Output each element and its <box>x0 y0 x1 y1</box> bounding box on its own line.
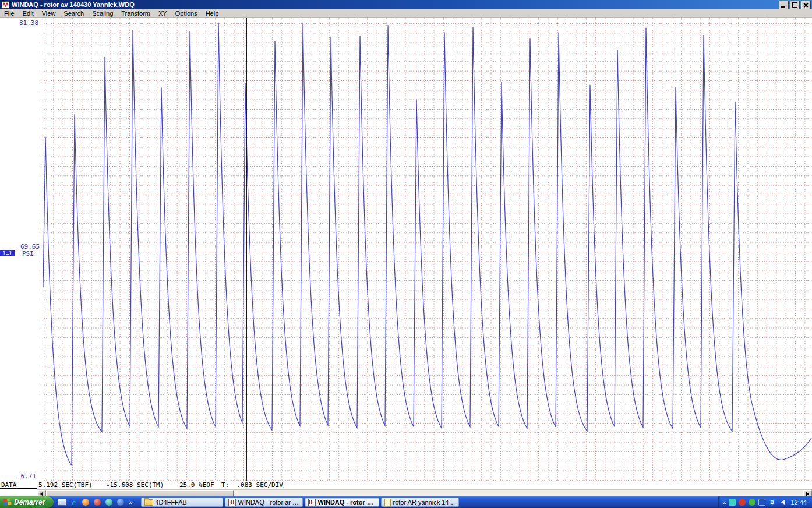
windaq-icon <box>228 499 236 506</box>
start-button[interactable]: Démarrer <box>0 496 54 508</box>
tray-icon-green[interactable] <box>749 499 755 506</box>
red-ball-icon[interactable] <box>93 498 101 507</box>
taskbar-button-label: 4D4FFFAB <box>156 499 187 506</box>
status-time-tbf: 5.192 SEC(TBF) <box>38 481 93 489</box>
chart-area: 81.38 69.65 PSI 1=1 -6.71 <box>0 18 812 481</box>
taskbar-button-windaq-av-active[interactable]: WINDAQ - rotor av 14... <box>305 498 379 507</box>
taskbar-clock[interactable]: 12:44 <box>788 499 807 506</box>
minimize-icon <box>781 6 785 8</box>
tray-icon-teal[interactable] <box>729 499 736 506</box>
taskbar: Démarrer e » 4D4FFFAB WINDAQ - rotor ar … <box>0 496 812 508</box>
menubar: File Edit View Search Scaling Transform … <box>0 9 812 18</box>
teal-ball-glyph <box>105 499 112 506</box>
menu-edit[interactable]: Edit <box>19 9 38 17</box>
close-button[interactable] <box>801 1 811 9</box>
tray-icon-red[interactable] <box>739 499 746 506</box>
status-eof-percent: 25.0 %EOF <box>179 481 214 489</box>
internet-explorer-icon[interactable]: e <box>69 498 78 507</box>
taskbar-button-label: WINDAQ - rotor ar 1404... <box>238 499 299 506</box>
menu-help[interactable]: Help <box>202 9 223 17</box>
menu-file[interactable]: File <box>0 9 19 17</box>
taskbar-button-windaq-ar[interactable]: WINDAQ - rotor ar 1404... <box>225 498 303 507</box>
taskbar-button-rotor-doc[interactable]: rotor AR yannick 140430... <box>381 498 459 507</box>
channel-badge[interactable]: 1=1 <box>0 250 15 256</box>
windaq-window: WINDAQ - rotor av 140430 Yannick.WDQ Fil… <box>0 0 812 508</box>
document-icon <box>384 499 391 506</box>
y-axis-min-label: -6.71 <box>17 472 36 480</box>
quicklaunch-bar: e » <box>54 496 137 508</box>
status-time-per-div: T: .083 SEC/DIV <box>221 481 283 489</box>
y-axis-unit-label: PSI <box>22 250 34 257</box>
bluetooth-icon[interactable]: B <box>768 499 775 506</box>
close-icon <box>803 2 809 8</box>
taskbar-button-folder[interactable]: 4D4FFFAB <box>141 498 223 507</box>
maximize-button[interactable] <box>790 1 800 9</box>
menu-scaling[interactable]: Scaling <box>88 9 117 17</box>
volume-icon[interactable] <box>778 500 785 505</box>
menu-xy[interactable]: XY <box>154 9 171 17</box>
statusbar: DATA 5.192 SEC(TBF) -15.608 SEC(TM) 25.0… <box>0 481 812 489</box>
arrow-left-icon <box>38 492 43 496</box>
tray-expand-chevron[interactable]: « <box>722 499 726 506</box>
orange-ball-glyph <box>82 499 89 506</box>
start-label: Démarrer <box>14 498 45 506</box>
system-tray: « B 12:44 <box>718 496 812 508</box>
tray-network-icon[interactable] <box>758 499 765 506</box>
orange-ball-icon[interactable] <box>81 498 90 507</box>
status-time-tm: -15.608 SEC(TM) <box>106 481 164 489</box>
titlebar[interactable]: WINDAQ - rotor av 140430 Yannick.WDQ <box>0 0 812 9</box>
menu-view[interactable]: View <box>38 9 60 17</box>
minimize-button[interactable] <box>779 1 789 9</box>
desktop-glyph <box>58 499 66 506</box>
red-ball-glyph <box>94 499 101 506</box>
folder-icon <box>144 499 153 506</box>
maximize-icon <box>792 2 797 8</box>
windaq-app-icon <box>2 1 9 9</box>
blue-ball-glyph <box>117 499 124 506</box>
waveform-plot[interactable] <box>41 18 812 481</box>
taskbar-button-label: rotor AR yannick 140430... <box>393 499 456 506</box>
quicklaunch-overflow-chevron[interactable]: » <box>128 499 133 506</box>
y-axis-max-label: 81.38 <box>19 19 38 27</box>
task-buttons: 4D4FFFAB WINDAQ - rotor ar 1404... WINDA… <box>138 496 459 508</box>
blue-ball-icon[interactable] <box>116 498 125 507</box>
windows-flag-icon <box>3 498 12 506</box>
menu-search[interactable]: Search <box>59 9 88 17</box>
teal-ball-icon[interactable] <box>104 498 113 507</box>
show-desktop-icon[interactable] <box>58 498 66 507</box>
taskbar-button-label: WINDAQ - rotor av 14... <box>318 499 376 506</box>
status-mode-underline <box>0 488 37 489</box>
arrow-right-icon <box>806 492 811 496</box>
menu-options[interactable]: Options <box>171 9 202 17</box>
window-title: WINDAQ - rotor av 140430 Yannick.WDQ <box>12 1 779 8</box>
menu-transform[interactable]: Transform <box>117 9 154 17</box>
window-controls <box>779 1 811 9</box>
windaq-icon <box>308 499 316 506</box>
